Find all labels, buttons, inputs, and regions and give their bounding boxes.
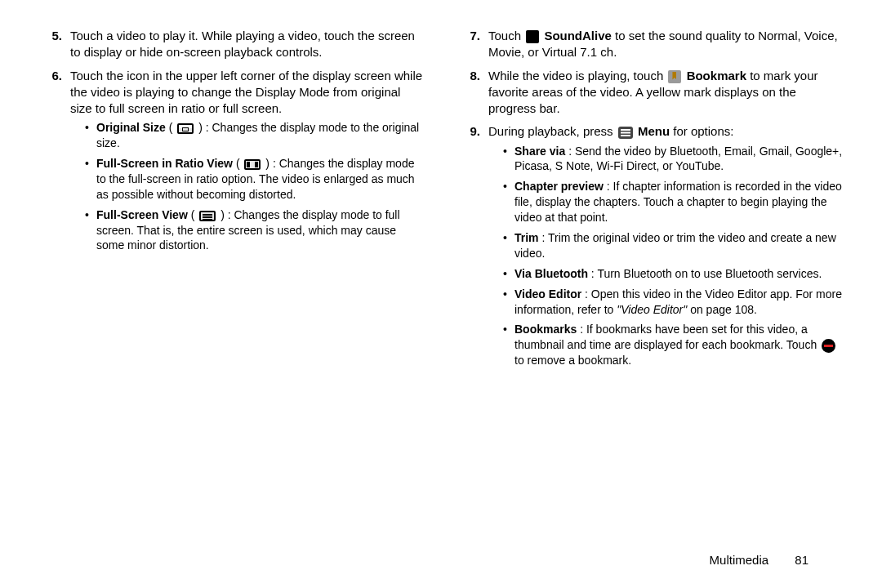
bullet-italic: "Video Editor" (617, 303, 687, 316)
item-pre: While the video is playing, touch (488, 69, 666, 82)
item-pre: Touch (488, 29, 524, 42)
bullet-label: Full-Screen in Ratio View (96, 157, 233, 170)
item-after: for options: (673, 124, 733, 138)
item-number: 5. (39, 28, 70, 61)
original-size-icon (177, 123, 194, 134)
bullet-share-via: Share via : Send the video by Bluetooth,… (503, 144, 843, 175)
bullet-label: Share via (514, 145, 565, 158)
soundalive-icon (526, 30, 539, 43)
item-pre: During playback, press (488, 124, 617, 138)
document-page: 5. Touch a video to play it. While playi… (0, 0, 882, 588)
list-item-9: 9. During playback, press Menu for optio… (457, 123, 843, 373)
item-text: Touch the icon in the upper left corner … (70, 69, 422, 116)
list-item-5: 5. Touch a video to play it. While playi… (39, 28, 425, 61)
bullet-bookmarks: Bookmarks : If bookmarks have been set f… (503, 322, 843, 368)
item-number: 7. (457, 28, 488, 61)
bullet-full-screen: Full-Screen View ( ) : Changes the displ… (85, 207, 425, 254)
bullet-label: Chapter preview (514, 180, 604, 193)
bullet-via-bluetooth: Via Bluetooth : Turn Bluetooth on to use… (503, 266, 843, 282)
page-footer: Multimedia 81 (710, 552, 808, 568)
list-item-6: 6. Touch the icon in the upper left corn… (39, 68, 425, 259)
columns: 5. Touch a video to play it. While playi… (39, 28, 843, 564)
section-label: Multimedia (710, 553, 769, 567)
numbered-list-left: 5. Touch a video to play it. While playi… (39, 28, 425, 258)
bullet-chapter-preview: Chapter preview : If chapter information… (503, 179, 843, 225)
right-column: 7. Touch SoundAlive to set the sound qua… (457, 28, 843, 564)
item-number: 9. (457, 123, 488, 373)
list-item-8: 8. While the video is playing, touch Boo… (457, 68, 843, 118)
item-number: 6. (39, 68, 70, 259)
full-screen-icon (199, 211, 216, 221)
remove-bookmark-icon (822, 339, 835, 353)
list-item-7: 7. Touch SoundAlive to set the sound qua… (457, 28, 843, 61)
bullet-ratio-view: Full-Screen in Ratio View ( ) : Changes … (85, 156, 425, 203)
item-body: While the video is playing, touch Bookma… (488, 68, 843, 118)
bullet-label: Bookmarks (514, 323, 577, 336)
item-bold: Bookmark (687, 69, 746, 82)
bullet-trim: Trim : Trim the original video or trim t… (503, 230, 843, 261)
bullet-tail: on page 108. (690, 303, 757, 316)
item-body: Touch SoundAlive to set the sound qualit… (488, 28, 843, 61)
item-body: Touch a video to play it. While playing … (70, 28, 425, 61)
item-bold: Menu (638, 124, 670, 138)
bullet-video-editor: Video Editor : Open this video in the Vi… (503, 287, 843, 318)
bullet-tail: to remove a bookmark. (514, 354, 631, 367)
page-number: 81 (795, 553, 808, 567)
bullet-text: : Turn Bluetooth on to use Bluetooth ser… (591, 267, 822, 280)
sub-bullets: Original Size ( ) : Changes the display … (70, 120, 425, 253)
bullet-label: Trim (514, 231, 539, 244)
item-body: During playback, press Menu for options:… (488, 123, 843, 373)
menu-icon (618, 127, 633, 139)
ratio-view-icon (244, 159, 261, 170)
bullet-text: : Trim the original video or trim the vi… (514, 231, 836, 260)
bullet-label: Original Size (96, 121, 166, 134)
numbered-list-right: 7. Touch SoundAlive to set the sound qua… (457, 28, 843, 373)
item-body: Touch the icon in the upper left corner … (70, 68, 425, 259)
bullet-label: Video Editor (514, 287, 581, 301)
sub-bullets: Share via : Send the video by Bluetooth,… (488, 144, 843, 369)
item-bold: SoundAlive (544, 29, 612, 42)
bullet-label: Via Bluetooth (514, 267, 588, 280)
left-column: 5. Touch a video to play it. While playi… (39, 28, 425, 564)
bookmark-icon (668, 70, 681, 83)
bullet-label: Full-Screen View (96, 208, 188, 221)
item-number: 8. (457, 68, 488, 118)
item-after: to set the sound quality to Normal, Voic… (488, 29, 838, 59)
bullet-original-size: Original Size ( ) : Changes the display … (85, 120, 425, 151)
